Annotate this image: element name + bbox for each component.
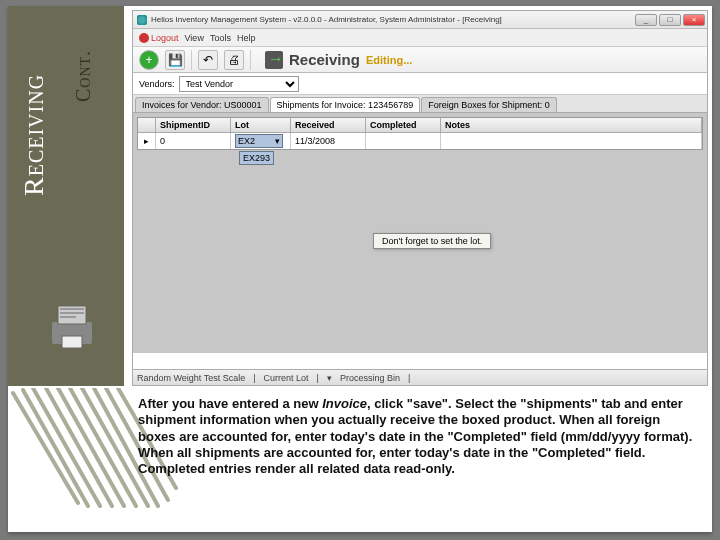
window-title: Helios Inventory Management System - v2.…: [151, 15, 635, 24]
slide-subtitle: Cont.: [72, 50, 95, 102]
shipments-grid: ShipmentID Lot Received Completed Notes …: [137, 117, 703, 150]
add-button[interactable]: +: [139, 50, 159, 70]
cell-notes[interactable]: [441, 133, 702, 149]
app-window: Helios Inventory Management System - v2.…: [132, 10, 708, 386]
menu-view[interactable]: View: [185, 33, 204, 43]
grid-header: ShipmentID Lot Received Completed Notes: [138, 118, 702, 133]
separator: [250, 50, 251, 70]
chevron-down-icon: ▾: [275, 136, 280, 146]
status-segment: Random Weight Test Scale: [137, 373, 245, 383]
edit-mode-label: Editing...: [366, 54, 412, 66]
undo-button[interactable]: ↶: [198, 50, 218, 70]
app-icon: [137, 15, 147, 25]
cell-received[interactable]: 11/3/2008: [291, 133, 366, 149]
grid-header-selector: [138, 118, 156, 132]
svg-rect-2: [60, 308, 84, 310]
cell-completed[interactable]: [366, 133, 441, 149]
grid-header-shipment[interactable]: ShipmentID: [156, 118, 231, 132]
tab-foreign-boxes[interactable]: Foreign Boxes for Shipment: 0: [421, 97, 557, 112]
slide: Receiving Cont. Helios Inventory Managem…: [8, 6, 712, 532]
maximize-button[interactable]: □: [659, 14, 681, 26]
svg-rect-3: [60, 312, 84, 314]
grid-header-lot[interactable]: Lot: [231, 118, 291, 132]
tab-invoices[interactable]: Invoices for Vendor: US00001: [135, 97, 269, 112]
menubar: Logout View Tools Help: [133, 29, 707, 47]
slide-title: Receiving: [18, 74, 50, 196]
vendor-label: Vendors:: [139, 79, 175, 89]
slide-caption: After you have entered a new Invoice, cl…: [138, 396, 694, 477]
close-button[interactable]: ×: [683, 14, 705, 26]
lot-dropdown[interactable]: EX2 ▾: [235, 134, 283, 148]
minimize-button[interactable]: _: [635, 14, 657, 26]
print-button[interactable]: 🖨: [224, 50, 244, 70]
page-header: Receiving Editing...: [265, 51, 412, 69]
page-title: Receiving: [289, 51, 360, 68]
window-buttons: _ □ ×: [635, 14, 705, 26]
vendor-row: Vendors: Test Vendor: [133, 73, 707, 95]
grid-header-completed[interactable]: Completed: [366, 118, 441, 132]
printer-clipart-icon: [46, 300, 98, 352]
cell-lot[interactable]: EX2 ▾: [231, 133, 291, 149]
toolbar: + 💾 ↶ 🖨 Receiving Editing...: [133, 47, 707, 73]
svg-rect-5: [62, 336, 82, 348]
menu-logout[interactable]: Logout: [139, 33, 179, 43]
menu-tools[interactable]: Tools: [210, 33, 231, 43]
status-segment: Processing Bin: [340, 373, 400, 383]
sidebar: Receiving Cont.: [8, 6, 124, 386]
status-segment: Current Lot: [264, 373, 309, 383]
tabbar: Invoices for Vendor: US00001 Shipments f…: [133, 95, 707, 113]
menu-help[interactable]: Help: [237, 33, 256, 43]
grid-header-notes[interactable]: Notes: [441, 118, 702, 132]
statusbar: Random Weight Test Scale | Current Lot |…: [133, 369, 707, 385]
svg-rect-4: [60, 316, 76, 318]
save-button[interactable]: 💾: [165, 50, 185, 70]
grid-area: ShipmentID Lot Received Completed Notes …: [133, 113, 707, 353]
tab-shipments[interactable]: Shipments for Invoice: 123456789: [270, 97, 421, 112]
tooltip: Don't forget to set the lot.: [373, 233, 491, 249]
grid-header-received[interactable]: Received: [291, 118, 366, 132]
cell-shipment[interactable]: 0: [156, 133, 231, 149]
lot-dropdown-option[interactable]: EX293: [239, 151, 274, 165]
vendor-select[interactable]: Test Vendor: [179, 76, 299, 92]
grid-row[interactable]: ▸ 0 EX2 ▾ 11/3/2008: [138, 133, 702, 149]
receiving-icon: [265, 51, 283, 69]
window-titlebar: Helios Inventory Management System - v2.…: [133, 11, 707, 29]
row-indicator: ▸: [138, 133, 156, 149]
separator: [191, 50, 192, 70]
